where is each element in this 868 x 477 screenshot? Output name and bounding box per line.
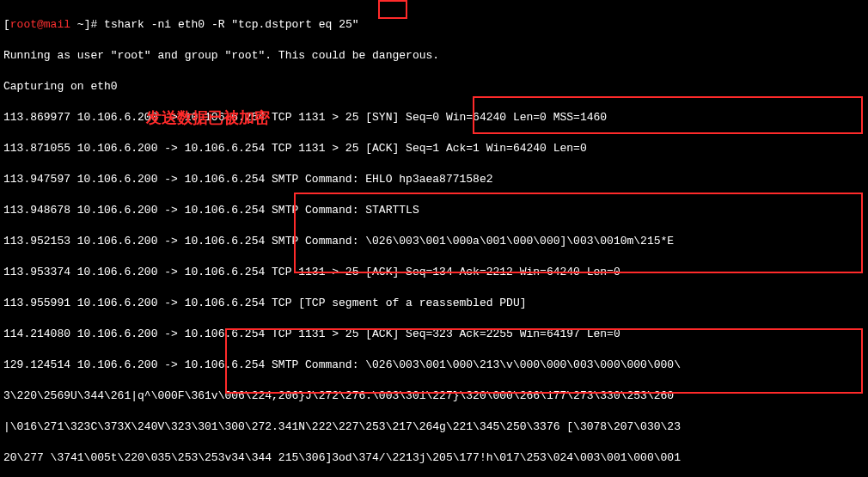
packet-line: 113.953374 10.106.6.200 -> 10.106.6.254 … bbox=[3, 265, 865, 280]
packet-line: 113.871055 10.106.6.200 -> 10.106.6.254 … bbox=[3, 141, 865, 156]
packet-line: |\016\271\323C\373X\240V\323\301\300\272… bbox=[3, 419, 865, 435]
prompt-line: [root@mail ~]# tshark -ni eth0 -R "tcp.d… bbox=[3, 17, 865, 33]
packet-line: 3\220\2569U\344\261|q^\000F\361v\006\224… bbox=[3, 388, 865, 404]
packet-line: 129.124514 10.106.6.200 -> 10.106.6.254 … bbox=[3, 358, 865, 373]
capture-line: Capturing on eth0 bbox=[3, 79, 865, 95]
warning-line: Running as user "root" and group "root".… bbox=[3, 48, 865, 64]
command-text: tshark -ni eth0 -R "tcp.dstport eq 25" bbox=[104, 18, 358, 31]
packet-line: 113.947597 10.106.6.200 -> 10.106.6.254 … bbox=[3, 172, 865, 187]
terminal-window[interactable]: [root@mail ~]# tshark -ni eth0 -R "tcp.d… bbox=[0, 0, 868, 477]
packet-line: 113.952153 10.106.6.200 -> 10.106.6.254 … bbox=[3, 234, 865, 249]
packet-line: 20\277 \3741\005t\220\035\253\253v34\344… bbox=[3, 450, 865, 466]
packet-line: 113.955991 10.106.6.200 -> 10.106.6.254 … bbox=[3, 296, 865, 311]
prompt-user-host: root@mail bbox=[10, 18, 70, 31]
packet-line: 114.214080 10.106.6.200 -> 10.106.6.254 … bbox=[3, 327, 865, 342]
packet-line: 113.948678 10.106.6.200 -> 10.106.6.254 … bbox=[3, 203, 865, 218]
highlight-box-port bbox=[378, 0, 407, 19]
packet-line: 113.869977 10.106.6.200 -> 10.106.6.254 … bbox=[3, 110, 865, 125]
